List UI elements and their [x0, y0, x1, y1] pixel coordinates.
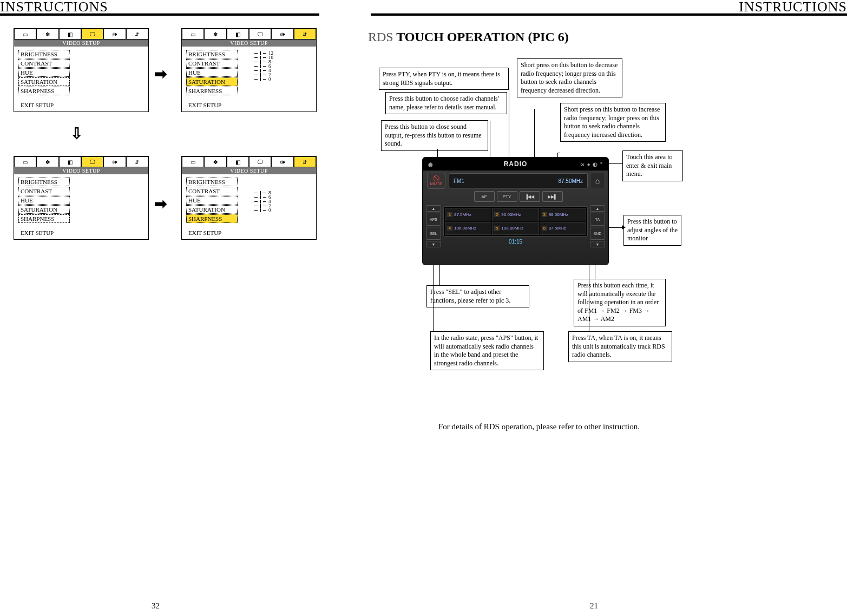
scale-val: 0: [268, 77, 271, 81]
scale-val: 0: [268, 208, 271, 212]
callout-dec: Short press on this button to decrease r…: [517, 58, 622, 97]
tab-speaker-icon[interactable]: 🕪: [271, 29, 293, 40]
menu-sharpness-selected[interactable]: SHARPNESS: [186, 214, 238, 223]
tab-display-icon[interactable]: ▭: [14, 29, 36, 40]
arrow-right-icon: ➡: [154, 195, 167, 213]
preset-num: 5: [494, 226, 500, 231]
preset-num: 2: [494, 212, 500, 217]
menu-hue[interactable]: HUE: [186, 68, 238, 77]
tab-settings-icon[interactable]: ✽: [204, 156, 226, 167]
callout-aps: In the radio state, press "APS" button, …: [430, 331, 544, 370]
tab-adjust-icon[interactable]: ⇵: [294, 29, 316, 40]
freq-display: FM1 87.50MHz: [449, 173, 588, 188]
preset-val: 98.00MHz: [549, 212, 568, 217]
prev-button[interactable]: ▐◀◀: [520, 191, 540, 202]
radio-device: ◉ RADIO ∞ ● ◐ ° 🚫 MUTE FM1 87.50MHz ⌂ AF…: [422, 157, 609, 265]
tab-display-icon[interactable]: ▭: [182, 29, 204, 40]
preset-val: 87.5MHz: [549, 226, 566, 231]
mute-label: MUTE: [430, 181, 443, 186]
menu-saturation[interactable]: SATURATION: [18, 77, 70, 86]
tab-adjust-icon[interactable]: ⇵: [126, 29, 148, 40]
tab-monitor-icon[interactable]: 🖵: [81, 29, 103, 40]
tab-settings-icon[interactable]: ✽: [36, 29, 58, 40]
arrow-up-button[interactable]: ▲: [590, 205, 605, 212]
tab-adjust-icon[interactable]: ⇵: [294, 156, 316, 167]
menu-saturation-selected[interactable]: SATURATION: [186, 77, 238, 86]
mute-button[interactable]: 🚫 MUTE: [427, 173, 445, 189]
callout-bnd: Press this button each time, it will aut…: [574, 279, 666, 326]
preset-4[interactable]: 4106.00MHz: [445, 222, 491, 235]
band-label: FM1: [454, 178, 464, 184]
menu-brightness[interactable]: BRIGHTNESS: [186, 50, 238, 58]
tab-speaker-icon[interactable]: 🕪: [103, 156, 126, 167]
callout-menu: Touch this area to enter & exit main men…: [622, 150, 683, 181]
page-header-left: INSTRUCTIONS: [0, 0, 108, 15]
preset-1[interactable]: 187.5MHz: [445, 208, 491, 221]
callout-sel: Press "SEL" to adjust other functions, p…: [426, 285, 529, 307]
arrowhead-icon: [622, 225, 626, 230]
arrow-up-button[interactable]: ▲: [426, 205, 441, 212]
menu-contrast[interactable]: CONTRAST: [18, 59, 70, 68]
sel-button[interactable]: SEL: [426, 227, 441, 240]
arrow-down-button[interactable]: ▼: [590, 241, 605, 247]
preset-3[interactable]: 398.00MHz: [540, 208, 586, 221]
menu-hue[interactable]: HUE: [18, 196, 70, 205]
tab-color-icon[interactable]: ◧: [59, 29, 81, 40]
menu-saturation[interactable]: SATURATION: [18, 205, 70, 214]
tab-display-icon[interactable]: ▭: [14, 156, 36, 167]
preset-val: 108.00MHz: [501, 226, 523, 231]
exit-setup[interactable]: EXIT SETUP: [188, 230, 221, 236]
tab-monitor-icon[interactable]: 🖵: [249, 156, 271, 167]
preset-val: 87.5MHz: [454, 212, 471, 217]
tab-settings-icon[interactable]: ✽: [36, 156, 58, 167]
page-header-right: INSTRUCTIONS: [739, 0, 847, 15]
bnd-button[interactable]: BND: [590, 227, 605, 240]
tab-settings-icon[interactable]: ✽: [204, 29, 226, 40]
tab-speaker-icon[interactable]: 🕪: [103, 29, 126, 40]
preset-6[interactable]: 687.5MHz: [540, 222, 586, 235]
exit-setup[interactable]: EXIT SETUP: [188, 102, 221, 108]
menu-hue[interactable]: HUE: [18, 68, 70, 77]
sharpness-scale: 8 6 4 2 0: [252, 191, 271, 212]
af-button[interactable]: AF: [474, 191, 495, 202]
callout-ta: Press TA, when TA is on, it means this u…: [568, 331, 672, 362]
arrow-down-button[interactable]: ▼: [426, 241, 441, 247]
exit-setup[interactable]: EXIT SETUP: [21, 230, 54, 236]
video-panel-2: ▭ ✽ ◧ 🖵 🕪 ⇵ VIDEO SETUP BRIGHTNESS CONTR…: [181, 28, 317, 112]
preset-val: 90.00MHz: [501, 212, 521, 217]
menu-sharpness[interactable]: SHARPNESS: [18, 214, 70, 223]
aps-button[interactable]: APS: [426, 213, 441, 226]
ta-button[interactable]: TA: [590, 213, 605, 226]
preset-2[interactable]: 290.00MHz: [492, 208, 539, 221]
menu-contrast[interactable]: CONTRAST: [18, 187, 70, 195]
disc-icon: ◉: [428, 161, 434, 167]
menu-hue[interactable]: HUE: [186, 196, 238, 205]
preset-5[interactable]: 5108.00MHz: [492, 222, 539, 235]
tab-speaker-icon[interactable]: 🕪: [271, 156, 293, 167]
tab-color-icon[interactable]: ◧: [59, 156, 81, 167]
menu-saturation[interactable]: SATURATION: [186, 205, 238, 214]
menu-brightness[interactable]: BRIGHTNESS: [18, 50, 70, 58]
menu-brightness[interactable]: BRIGHTNESS: [186, 178, 238, 186]
menu-brightness[interactable]: BRIGHTNESS: [18, 178, 70, 186]
tab-adjust-icon[interactable]: ⇵: [126, 156, 148, 167]
menu-contrast[interactable]: CONTRAST: [186, 187, 238, 195]
tab-monitor-icon[interactable]: 🖵: [249, 29, 271, 40]
rds-heading-light: RDS: [368, 30, 393, 44]
saturation-scale: 12 10 8 6 4 2 0: [252, 51, 273, 81]
panel-title: VIDEO SETUP: [182, 40, 316, 47]
tab-color-icon[interactable]: ◧: [227, 156, 249, 167]
tab-display-icon[interactable]: ▭: [182, 156, 204, 167]
menu-sharpness[interactable]: SHARPNESS: [186, 87, 238, 95]
menu-contrast[interactable]: CONTRAST: [186, 59, 238, 68]
preset-num: 4: [447, 226, 452, 231]
tab-monitor-icon[interactable]: 🖵: [81, 156, 103, 167]
freq-label: 87.50MHz: [558, 178, 583, 184]
rds-heading-bold: TOUCH OPERATION (PIC 6): [393, 30, 569, 44]
tab-color-icon[interactable]: ◧: [227, 29, 249, 40]
menu-sharpness[interactable]: SHARPNESS: [18, 87, 70, 95]
pty-button[interactable]: PTY: [497, 191, 517, 202]
exit-setup[interactable]: EXIT SETUP: [21, 102, 54, 108]
next-button[interactable]: ▶▶▌: [542, 191, 563, 202]
home-button[interactable]: ⌂: [591, 173, 604, 188]
